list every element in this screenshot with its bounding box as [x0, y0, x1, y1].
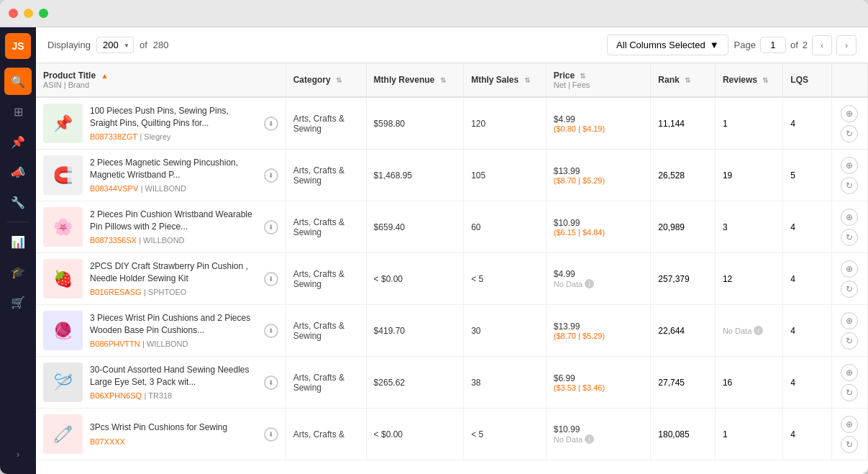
revenue-cell: $598.80	[366, 97, 464, 150]
display-select-wrapper: 200 50 100	[96, 37, 134, 53]
col-category[interactable]: Category ⇅	[285, 63, 366, 97]
price-fees: ($8.70 | $5.29)	[554, 332, 644, 340]
add-action-button[interactable]: ⊕	[841, 157, 858, 174]
pin-icon: 📌	[11, 135, 25, 149]
fullscreen-button[interactable]	[39, 9, 48, 18]
grid-icon: ⊞	[14, 105, 23, 119]
columns-selector-button[interactable]: All Columns Selected ▼	[607, 35, 728, 55]
close-button[interactable]	[9, 9, 18, 18]
sidebar-item-chart[interactable]: 📊	[4, 228, 32, 255]
col-rank[interactable]: Rank ⇅	[651, 63, 716, 97]
sales-cell: 105	[464, 150, 547, 201]
pin-product-icon[interactable]: ⬇	[264, 375, 278, 390]
sidebar-item-tag[interactable]: 🎓	[4, 258, 32, 286]
display-count-select[interactable]: 200 50 100	[96, 37, 134, 53]
sidebar-item-search[interactable]: 🔍	[4, 68, 32, 95]
product-cell: 🧶 3 Pieces Wrist Pin Cushions and 2 Piec…	[36, 305, 285, 357]
table-row: 🧲 2 Pieces Magnetic Sewing Pincushion, M…	[36, 150, 868, 201]
col-mthly-revenue[interactable]: Mthly Revenue ⇅	[366, 63, 464, 97]
minimize-button[interactable]	[24, 9, 33, 18]
page-number-input[interactable]	[760, 37, 786, 53]
refresh-action-button[interactable]: ↻	[841, 332, 858, 350]
col-product-title[interactable]: Product Title ▲ ASIN | Brand	[36, 63, 285, 97]
product-asin[interactable]: B08344VSPV	[90, 184, 138, 193]
add-action-button[interactable]: ⊕	[841, 364, 858, 381]
refresh-action-button[interactable]: ↻	[841, 229, 858, 246]
product-asin[interactable]: B0873356SX	[90, 236, 137, 245]
refresh-action-button[interactable]: ↻	[841, 177, 858, 194]
info-icon: i	[585, 434, 594, 444]
product-brand: | TR318	[145, 391, 173, 400]
pin-product-icon[interactable]: ⬇	[264, 168, 278, 183]
cart-icon: 🛒	[11, 296, 25, 309]
prev-page-button[interactable]: ‹	[812, 35, 832, 55]
refresh-action-button[interactable]: ↻	[841, 281, 858, 298]
refresh-action-button[interactable]: ↻	[841, 384, 858, 401]
col-reviews[interactable]: Reviews ⇅	[715, 63, 782, 97]
product-cell: 🌸 2 Pieces Pin Cushion Wristband Wearabl…	[36, 201, 285, 253]
rank-cell: 257,379	[651, 253, 716, 305]
next-page-button[interactable]: ›	[836, 35, 856, 55]
product-asin[interactable]: B086PHVTTN	[90, 339, 140, 348]
add-action-button[interactable]: ⊕	[841, 416, 858, 433]
price-cell: $4.99 No Data i	[546, 253, 651, 305]
lqs-cell: 4	[783, 201, 831, 253]
pin-product-icon[interactable]: ⬇	[264, 324, 278, 338]
app-window: JS 🔍 ⊞ 📌 📣 🔧 📊 🎓 �	[0, 0, 868, 474]
products-table: Product Title ▲ ASIN | Brand Category ⇅ …	[36, 63, 868, 460]
product-image: 📌	[43, 104, 83, 143]
sales-cell: 30	[464, 305, 547, 357]
product-image: 🍓	[43, 259, 83, 298]
refresh-action-button[interactable]: ↻	[841, 436, 858, 453]
pin-product-icon[interactable]: ⬇	[264, 427, 278, 442]
actions-cell: ⊕ ↻	[831, 305, 867, 357]
rank-cell: 20,989	[651, 201, 716, 253]
refresh-action-button[interactable]: ↻	[841, 125, 858, 142]
revenue-cell: < $0.00	[366, 409, 464, 460]
sidebar-item-pin[interactable]: 📌	[4, 128, 32, 155]
product-cell: 🧲 2 Pieces Magnetic Sewing Pincushion, M…	[36, 150, 285, 201]
col-price[interactable]: Price ⇅ Net | Fees	[546, 63, 651, 97]
pin-product-icon[interactable]: ⬇	[264, 117, 278, 131]
col-actions	[831, 63, 867, 97]
product-cell: 🍓 2PCS DIY Craft Strawberry Pin Cushion …	[36, 253, 285, 305]
rank-cell: 27,745	[651, 357, 716, 409]
col-lqs: LQS	[783, 63, 831, 97]
reviews-cell: 12	[715, 253, 782, 305]
product-brand: | WILLBOND	[142, 339, 188, 348]
add-action-button[interactable]: ⊕	[841, 312, 858, 329]
price-fees: ($8.70 | $5.29)	[554, 176, 644, 185]
main-content: Displaying 200 50 100 of 280 All Columns…	[36, 27, 868, 474]
pin-product-icon[interactable]: ⬇	[264, 272, 278, 286]
product-asin[interactable]: B07XXXX	[90, 437, 125, 446]
add-action-button[interactable]: ⊕	[841, 260, 858, 278]
sidebar-item-wrench[interactable]: 🔧	[4, 188, 32, 216]
lqs-cell: 4	[783, 97, 831, 150]
price-fees: ($3.53 | $3.46)	[554, 383, 644, 392]
product-asin[interactable]: B016RESASG	[90, 288, 142, 296]
sidebar-expand-button[interactable]: ›	[4, 441, 32, 468]
table-row: 📌 100 Pieces Push Pins, Sewing Pins, Sra…	[36, 97, 868, 150]
sidebar-item-cart[interactable]: 🛒	[4, 288, 32, 316]
actions-cell: ⊕ ↻	[831, 253, 867, 305]
sales-cell: 120	[464, 97, 547, 150]
add-action-button[interactable]: ⊕	[841, 105, 858, 122]
sidebar-item-grid[interactable]: ⊞	[4, 98, 32, 125]
rank-cell: 180,085	[651, 409, 716, 460]
product-asin[interactable]: B087338ZGT	[90, 132, 137, 141]
data-table-wrapper: Product Title ▲ ASIN | Brand Category ⇅ …	[36, 63, 868, 474]
columns-btn-label: All Columns Selected	[616, 40, 705, 50]
sidebar-item-megaphone[interactable]: 📣	[4, 158, 32, 186]
pin-product-icon[interactable]: ⬇	[264, 220, 278, 234]
product-title: 3 Pieces Wrist Pin Cushions and 2 Pieces…	[90, 312, 257, 337]
total-count: 280	[153, 40, 169, 50]
add-action-button[interactable]: ⊕	[841, 209, 858, 226]
product-image: 🪡	[43, 363, 83, 402]
search-icon: 🔍	[11, 75, 25, 88]
info-icon: i	[754, 326, 763, 335]
product-asin[interactable]: B06XPHN6SQ	[90, 391, 142, 400]
product-info: 2 Pieces Pin Cushion Wristband Wearable …	[90, 209, 257, 246]
page-of-label: of	[790, 40, 798, 50]
price-cell: $13.99 ($8.70 | $5.29)	[546, 305, 651, 357]
col-mthly-sales[interactable]: Mthly Sales ⇅	[464, 63, 547, 97]
